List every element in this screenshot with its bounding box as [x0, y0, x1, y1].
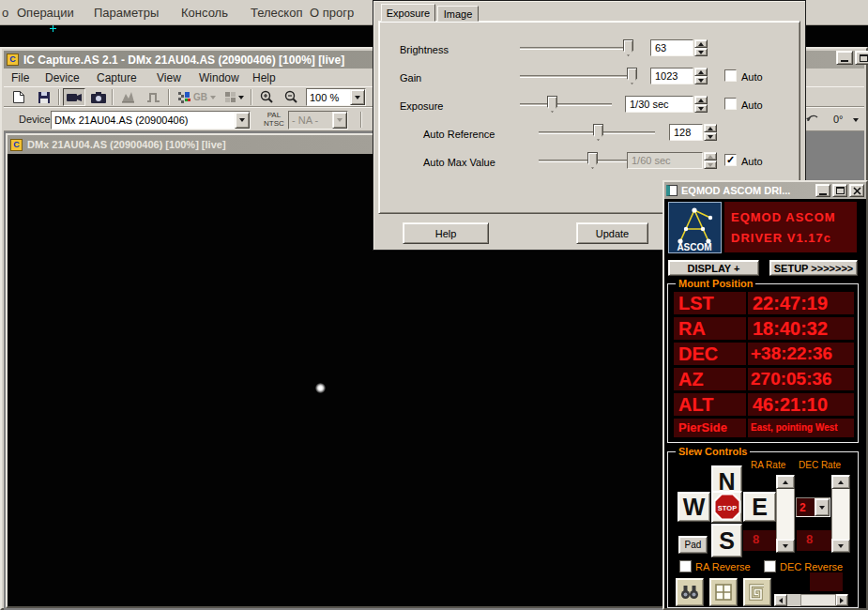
- menu-device[interactable]: Device: [45, 71, 80, 84]
- menu-item-telescope[interactable]: Телескоп: [251, 6, 302, 20]
- device-combo-arrow[interactable]: [235, 112, 250, 129]
- layout-dropdown[interactable]: [221, 88, 249, 106]
- scroll-up-button[interactable]: [776, 475, 795, 489]
- trigger-button[interactable]: [142, 88, 164, 106]
- tab-exposure[interactable]: Exposure: [381, 4, 435, 22]
- device-combo[interactable]: DMx 21AU04.AS (20900406): [51, 111, 251, 130]
- close-button[interactable]: [849, 184, 864, 197]
- dec-rate-combo-arrow[interactable]: [815, 498, 830, 516]
- menu-file[interactable]: File: [11, 71, 29, 84]
- new-file-button[interactable]: [8, 88, 30, 106]
- dec-value: +38:22:36: [748, 343, 854, 365]
- menu-help[interactable]: Help: [252, 71, 276, 84]
- menu-item-console[interactable]: Консоль: [181, 6, 228, 20]
- update-button[interactable]: Update: [576, 222, 648, 244]
- ra-reverse-checkbox[interactable]: [679, 560, 692, 572]
- spin-down[interactable]: [694, 76, 708, 84]
- brightness-slider[interactable]: [520, 47, 633, 50]
- auto-max-slider[interactable]: [539, 160, 632, 162]
- menu-view[interactable]: View: [157, 71, 181, 84]
- auto-reference-value[interactable]: 128: [669, 124, 703, 141]
- spiral-search-button[interactable]: [743, 578, 771, 606]
- zoom-level-combo[interactable]: 100 %: [306, 88, 366, 106]
- spin-up[interactable]: [694, 68, 708, 76]
- scrollbar-thumb[interactable]: [800, 594, 836, 606]
- gain-slider[interactable]: [520, 75, 637, 78]
- window-layout-button[interactable]: [709, 578, 738, 606]
- scroll-down-button[interactable]: [831, 539, 850, 553]
- rotation-dropdown[interactable]: [849, 114, 862, 127]
- menu-item-about[interactable]: О прогр: [310, 6, 354, 20]
- brightness-value[interactable]: 63: [650, 39, 693, 56]
- auto-max-label: Auto Max Value: [423, 157, 495, 168]
- slew-west-button[interactable]: W: [678, 492, 710, 522]
- scrollbar-track[interactable]: [831, 489, 850, 539]
- arrow-up-icon: [698, 42, 704, 46]
- gb-dropdown[interactable]: GB: [190, 88, 219, 106]
- spin-down[interactable]: [694, 48, 708, 56]
- zoom-combo-arrow[interactable]: [350, 89, 365, 105]
- save-button[interactable]: [33, 88, 55, 106]
- scroll-up-button[interactable]: [831, 475, 850, 489]
- minimize-button[interactable]: [815, 184, 830, 197]
- tab-image[interactable]: Image: [437, 6, 479, 22]
- banner-line-2: DRIVER V1.17c: [731, 228, 857, 249]
- help-button[interactable]: Help: [403, 222, 489, 244]
- layout-grid-icon: [225, 92, 236, 102]
- auto-max-auto-checkbox[interactable]: ✓: [724, 154, 737, 166]
- exposure-value[interactable]: 1/30 sec: [625, 96, 693, 113]
- spin-up[interactable]: [704, 124, 717, 132]
- spin-up[interactable]: [694, 96, 708, 104]
- exposure-spinner[interactable]: [694, 96, 708, 113]
- gain-spinner[interactable]: [694, 68, 708, 84]
- live-video-button[interactable]: [63, 88, 85, 106]
- spin-up[interactable]: [694, 39, 708, 48]
- menu-item-parameters[interactable]: Параметры: [94, 6, 159, 20]
- zoom-in-icon: [260, 90, 274, 104]
- spin-down[interactable]: [704, 132, 717, 141]
- slew-east-button[interactable]: E: [743, 492, 776, 522]
- zoom-in-button[interactable]: [255, 88, 278, 106]
- dec-reverse-checkbox[interactable]: [764, 560, 776, 572]
- brightness-spinner[interactable]: [694, 39, 708, 56]
- spin-down[interactable]: [694, 104, 708, 113]
- exposure-slider[interactable]: [520, 103, 612, 106]
- slew-stop-button[interactable]: STOP: [711, 491, 742, 523]
- arrow-down-icon: [838, 544, 844, 548]
- auto-max-value: 1/60 sec: [627, 152, 703, 169]
- toolbar-separator: [58, 89, 60, 105]
- mount-position-group: Mount Position LST 22:47:19 RA 18:40:32 …: [667, 283, 859, 443]
- histogram-button[interactable]: [116, 88, 139, 106]
- arrow-up-icon: [698, 99, 704, 102]
- ra-label: RA: [674, 317, 746, 340]
- auto-reference-spinner[interactable]: [704, 124, 717, 141]
- menu-capture[interactable]: Capture: [97, 71, 137, 84]
- menu-item-partial[interactable]: о: [2, 6, 8, 20]
- menu-item-operations[interactable]: Операции: [17, 6, 74, 20]
- maximize-button[interactable]: [832, 184, 847, 197]
- search-sync-button[interactable]: [676, 578, 704, 606]
- zoom-out-button[interactable]: [280, 88, 302, 106]
- setup-button[interactable]: SETUP >>>>>>>: [769, 260, 858, 276]
- gain-value[interactable]: 1023: [650, 68, 693, 84]
- scrollbar-track[interactable]: [787, 594, 835, 606]
- dec-rate-combo[interactable]: 2: [796, 497, 830, 517]
- scroll-right-button[interactable]: [835, 594, 848, 606]
- exposure-auto-checkbox[interactable]: [724, 98, 737, 110]
- display-button[interactable]: DISPLAY +: [668, 260, 759, 276]
- pad-button[interactable]: Pad: [678, 536, 708, 554]
- maximize-button[interactable]: [855, 51, 868, 65]
- ra-rate-scrollbar[interactable]: [776, 475, 795, 553]
- dec-rate-scrollbar[interactable]: [831, 475, 850, 553]
- slew-south-button[interactable]: S: [711, 524, 742, 557]
- horizontal-scrollbar[interactable]: [774, 594, 848, 606]
- banner-line-1: EQMOD ASCOM: [731, 207, 857, 228]
- minimize-button[interactable]: [836, 51, 853, 65]
- scroll-left-button[interactable]: [774, 594, 787, 606]
- snapshot-button[interactable]: [87, 88, 110, 106]
- gain-auto-checkbox[interactable]: [724, 69, 737, 82]
- minimize-icon: [819, 193, 827, 195]
- menu-window[interactable]: Window: [199, 71, 239, 84]
- scrollbar-track[interactable]: [776, 489, 795, 539]
- scroll-down-button[interactable]: [776, 539, 795, 553]
